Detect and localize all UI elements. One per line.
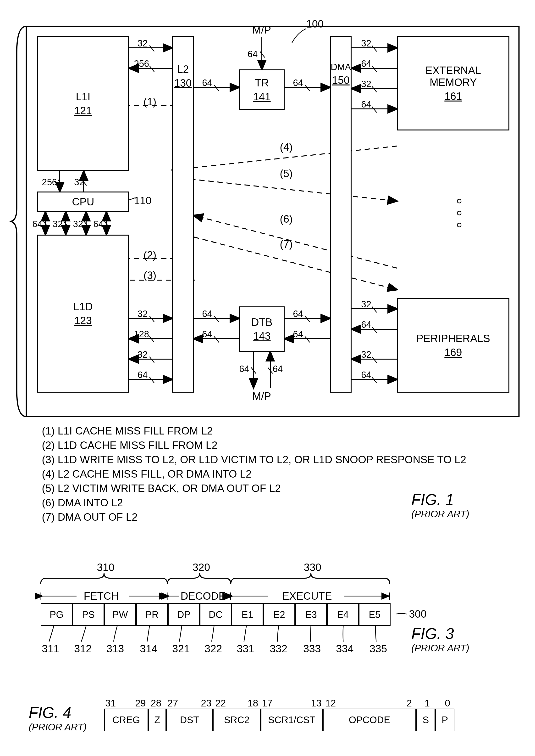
bw-l1i-l2-b: 256 <box>134 59 149 69</box>
fig3-ref-310: 310 <box>97 561 114 573</box>
fig3-title: FIG. 3 <box>411 625 454 643</box>
svg-line-47 <box>150 377 154 383</box>
bit-31: 31 <box>105 698 116 709</box>
stage-pr: PR <box>136 603 168 626</box>
ref-311: 311 <box>42 643 59 655</box>
fig3-ref-320: 320 <box>192 561 210 573</box>
fig3-ref-330: 330 <box>304 561 321 573</box>
stage-pw: PW <box>104 603 136 626</box>
bit-29: 29 <box>135 698 146 709</box>
stage-ps: PS <box>72 603 104 626</box>
svg-line-69 <box>172 177 397 201</box>
bit-13: 13 <box>311 698 322 709</box>
phase-decode: DECODE <box>181 590 226 602</box>
block-l1i-ref: 121 <box>74 105 92 117</box>
bw-l2-dtb-a: 64 <box>202 309 212 319</box>
block-tr-label: TR <box>255 77 269 89</box>
block-l1d-label: L1D <box>73 301 93 313</box>
ref-331: 331 <box>237 643 254 655</box>
bit-1: 1 <box>425 698 430 709</box>
svg-line-52 <box>214 336 219 342</box>
dash-5: (5) <box>280 167 293 180</box>
stage-e4: E4 <box>327 603 359 626</box>
block-l1i-label: L1I <box>76 91 90 103</box>
svg-line-62 <box>372 327 377 333</box>
svg-line-37 <box>150 66 154 72</box>
svg-line-54 <box>305 336 310 342</box>
block-periph-ref: 169 <box>444 347 462 358</box>
svg-line-57 <box>372 45 377 51</box>
ref-100: 100 <box>306 18 324 30</box>
bw-cpu-l1d-4: 64 <box>93 219 103 229</box>
block-periph: PERIPHERALS 169 <box>397 298 509 393</box>
ref-334: 334 <box>336 643 353 655</box>
svg-point-73 <box>457 211 461 215</box>
block-l1d: L1D 123 <box>37 235 129 393</box>
ref-322: 322 <box>205 643 222 655</box>
field-p: P <box>435 709 454 731</box>
bw-dma-ext-b: 64 <box>361 59 371 69</box>
bit-22: 22 <box>215 698 226 709</box>
legend-1: (1) L1I CACHE MISS FILL FROM L2 <box>42 424 213 438</box>
ref-314: 314 <box>140 643 157 655</box>
block-l2-label: L2 <box>177 63 189 75</box>
svg-point-74 <box>457 223 461 227</box>
bw-l1d-l2-a: 32 <box>137 309 148 319</box>
field-s: S <box>416 709 435 731</box>
dash-4: (4) <box>280 141 293 153</box>
dash-1: (1) <box>144 96 156 108</box>
block-dtb-label: DTB <box>251 316 272 328</box>
bw-l1d-l2-b: 128 <box>134 329 149 340</box>
legend-6: (6) DMA INTO L2 <box>42 496 123 510</box>
bw-cpu-l1d-2: 32 <box>53 219 63 229</box>
legend-5: (5) L2 VICTIM WRITE BACK, OR DMA OUT OF … <box>42 481 281 495</box>
field-dst: DST <box>166 709 213 731</box>
field-opcode: OPCODE <box>323 709 416 731</box>
dash-3: (3) <box>144 269 156 281</box>
block-l1d-ref: 123 <box>74 315 92 326</box>
stage-pg: PG <box>41 603 72 626</box>
bit-0: 0 <box>445 698 450 709</box>
fig1-subtitle: (PRIOR ART) <box>411 509 469 520</box>
svg-line-46 <box>150 357 154 363</box>
block-dtb-ref: 143 <box>253 330 270 342</box>
ref-321: 321 <box>172 643 190 655</box>
legend-7: (7) DMA OUT OF L2 <box>42 510 137 524</box>
bw-dma-per-a: 32 <box>361 299 371 310</box>
block-periph-label: PERIPHERALS <box>416 333 490 345</box>
svg-line-64 <box>372 377 377 383</box>
bit-23: 23 <box>201 698 211 709</box>
fig4-subtitle: (PRIOR ART) <box>29 722 87 733</box>
dash-2: (2) <box>144 249 156 261</box>
bit-12: 12 <box>325 698 336 709</box>
bw-tr-mp: 64 <box>247 49 258 59</box>
bw-dtb-dma-a: 64 <box>293 309 303 319</box>
svg-line-36 <box>150 45 154 51</box>
block-l1i: L1I 121 <box>37 36 129 171</box>
bw-cpu-l1d-3: 32 <box>73 219 83 229</box>
bw-l2-dtb-b: 64 <box>202 329 212 340</box>
bw-dtb-dma-b: 64 <box>293 329 303 340</box>
bit-17: 17 <box>262 698 273 709</box>
ref-313: 313 <box>106 643 124 655</box>
ref-333: 333 <box>303 643 321 655</box>
svg-line-60 <box>372 106 377 112</box>
ref-312: 312 <box>74 643 92 655</box>
bw-dma-ext-d: 64 <box>361 99 371 110</box>
bit-18: 18 <box>247 698 258 709</box>
block-extmem: EXTERNAL MEMORY 161 <box>397 36 509 131</box>
block-dma-ref: 150 <box>332 74 350 86</box>
block-extmem-ref: 161 <box>444 90 462 102</box>
bw-dma-per-c: 32 <box>361 349 371 360</box>
block-tr-ref: 141 <box>253 91 270 103</box>
bw-l1i-cpu-b: 32 <box>74 177 84 188</box>
svg-line-61 <box>372 306 377 313</box>
field-creg: CREG <box>104 709 148 731</box>
bw-dma-ext-c: 32 <box>361 79 371 89</box>
bw-l1d-l2-d: 64 <box>137 370 148 380</box>
svg-line-45 <box>150 336 154 342</box>
bw-l1i-cpu-a: 256 <box>42 177 57 188</box>
bw-l1i-l2-a: 32 <box>137 38 148 48</box>
bw-dma-per-b: 64 <box>361 319 371 330</box>
svg-line-49 <box>305 85 310 91</box>
